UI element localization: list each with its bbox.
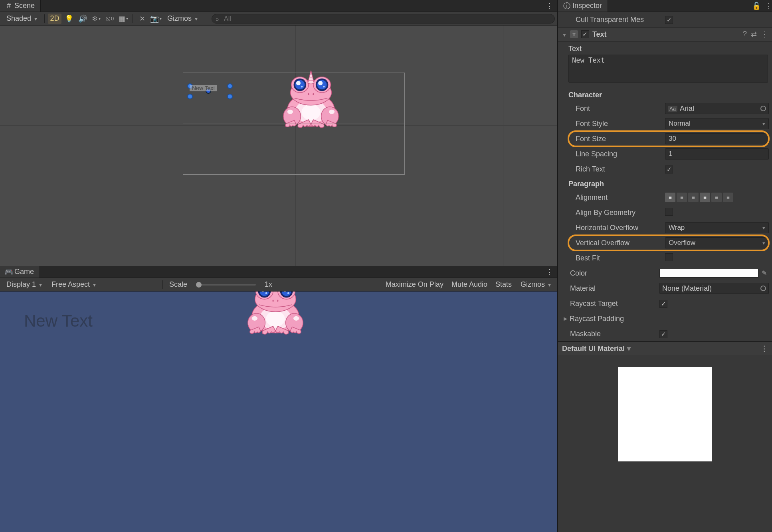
h-overflow-label: Horizontal Overflow	[576, 224, 665, 232]
align-geometry-label: Align By Geometry	[576, 209, 665, 217]
audio-toggle-icon[interactable]: 🔊	[77, 14, 89, 24]
tab-scene-label: Scene	[14, 2, 35, 10]
scale-label: Scale	[166, 280, 190, 289]
font-style-select[interactable]: Normal	[665, 118, 769, 129]
component-name: Text	[592, 30, 607, 39]
material-label: Material	[570, 284, 659, 293]
tab-inspector[interactable]: ⓘ Inspector	[558, 0, 608, 12]
text-component-icon: T	[570, 30, 578, 38]
camera-dropdown-icon[interactable]: 📷▾	[150, 14, 162, 24]
align-right-button[interactable]: ≡	[688, 193, 699, 202]
scene-search-input[interactable]	[212, 14, 555, 24]
cull-transparent-checkbox[interactable]: ✓	[665, 16, 673, 24]
scene-grid-icon: #	[6, 3, 12, 9]
raycast-target-checkbox[interactable]: ✓	[659, 300, 667, 308]
chevron-down-icon	[195, 14, 198, 23]
h-overflow-select[interactable]: Wrap	[665, 222, 769, 233]
maskable-checkbox[interactable]: ✓	[659, 330, 667, 338]
toggle-2d-button[interactable]: 2D	[48, 14, 61, 24]
rich-text-checkbox[interactable]: ✓	[665, 166, 673, 173]
stats-toggle[interactable]: Stats	[492, 280, 515, 289]
material-field[interactable]: None (Material)	[659, 283, 769, 294]
rect-handle[interactable]	[187, 94, 193, 99]
rect-handle[interactable]	[227, 94, 233, 99]
inspector-tab-menu[interactable]: ⋮	[765, 2, 772, 10]
font-label: Font	[576, 104, 665, 113]
scene-tab-row: # Scene ⋮	[0, 0, 557, 12]
raycast-padding-label: Raycast Padding	[570, 315, 659, 323]
object-picker-icon[interactable]	[760, 106, 766, 111]
v-overflow-select[interactable]: Overflow	[665, 237, 769, 248]
scene-text-element[interactable]: New Text	[190, 85, 217, 91]
material-preview	[558, 355, 772, 473]
align-middle-button[interactable]: ≡	[711, 193, 722, 202]
scene-canvas-rect[interactable]: New Text	[183, 73, 405, 175]
font-size-label: Font Size	[576, 135, 665, 143]
game-toolbar: Display 1 Free Aspect Scale 1x Maximize …	[0, 278, 557, 292]
aspect-dropdown[interactable]: Free Aspect	[48, 280, 159, 290]
line-spacing-label: Line Spacing	[576, 150, 665, 158]
display-dropdown[interactable]: Display 1	[2, 280, 46, 290]
v-overflow-label: Vertical Overflow	[576, 239, 665, 247]
game-tab-menu[interactable]: ⋮	[542, 266, 557, 278]
tab-inspector-label: Inspector	[572, 2, 602, 10]
scene-tab-menu[interactable]: ⋮	[542, 0, 557, 12]
tab-scene[interactable]: # Scene	[0, 0, 41, 12]
text-value-textarea[interactable]	[568, 55, 768, 83]
rect-handle[interactable]	[227, 83, 233, 89]
align-center-button[interactable]: ≡	[677, 193, 687, 202]
foldout-icon[interactable]: ▶	[564, 316, 567, 321]
grid-dropdown-icon[interactable]: ▦▾	[117, 14, 129, 24]
component-menu-icon[interactable]: ⋮	[761, 30, 768, 39]
game-controller-icon: 🎮	[6, 269, 12, 275]
font-size-input[interactable]	[665, 133, 769, 144]
scale-slider[interactable]	[196, 284, 256, 286]
best-fit-checkbox[interactable]	[665, 253, 673, 261]
text-component-header[interactable]: T ✓ Text ? ⇄ ⋮	[558, 27, 772, 41]
font-field[interactable]: AaArial	[665, 103, 769, 114]
lock-icon[interactable]: 🔓	[752, 2, 761, 10]
component-enabled-checkbox[interactable]: ✓	[581, 30, 589, 38]
info-icon: ⓘ	[564, 3, 570, 9]
color-label: Color	[570, 269, 659, 278]
game-view: New Text	[0, 292, 557, 532]
help-icon[interactable]: ?	[743, 30, 747, 39]
foldout-icon[interactable]	[562, 30, 567, 39]
paragraph-heading: Paragraph	[558, 177, 772, 190]
character-heading: Character	[558, 88, 772, 101]
color-field[interactable]	[659, 269, 758, 278]
tab-game-label: Game	[14, 268, 34, 276]
align-left-button[interactable]: ≡	[665, 193, 675, 202]
scene-view[interactable]: New Text	[0, 26, 557, 266]
inspector-tab-row: ⓘ Inspector 🔓 ⋮	[558, 0, 772, 12]
game-gizmos-dropdown[interactable]: Gizmos	[517, 280, 555, 290]
lighting-toggle-icon[interactable]: 💡	[63, 14, 75, 24]
maximize-toggle[interactable]: Maximize On Play	[382, 280, 447, 289]
hidden-objects-icon[interactable]: ⦸0	[104, 14, 116, 24]
tab-game[interactable]: 🎮 Game	[0, 266, 40, 278]
font-style-label: Font Style	[576, 120, 665, 128]
alignment-label: Alignment	[576, 193, 665, 202]
align-top-button[interactable]: ≡	[700, 193, 710, 202]
mute-toggle[interactable]: Mute Audio	[448, 280, 491, 289]
alignment-buttons: ≡ ≡ ≡ ≡ ≡ ≡	[665, 193, 769, 202]
material-menu-icon[interactable]: ⋮	[761, 344, 768, 353]
preset-icon[interactable]: ⇄	[751, 30, 757, 39]
inspector-body: Cull Transparent Mes ✓ T ✓ Text ? ⇄ ⋮ Te…	[558, 12, 772, 532]
maskable-label: Maskable	[570, 330, 659, 338]
tools-icon[interactable]: ✕	[136, 14, 148, 24]
game-frog-sprite	[144, 292, 407, 337]
scene-frog-sprite	[255, 69, 367, 131]
gizmos-dropdown[interactable]: Gizmos	[163, 14, 202, 24]
game-tab-row: 🎮 Game ⋮	[0, 266, 557, 278]
align-geometry-checkbox[interactable]	[665, 208, 673, 216]
align-bottom-button[interactable]: ≡	[723, 193, 733, 202]
shading-mode-dropdown[interactable]: Shaded	[2, 14, 41, 24]
fx-dropdown-icon[interactable]: ❄▾	[90, 14, 102, 24]
text-field-label: Text	[558, 41, 772, 55]
default-material-header[interactable]: Default UI Material ⋮	[558, 342, 772, 355]
search-icon: ⌕	[216, 16, 219, 22]
cull-transparent-label: Cull Transparent Mes	[576, 16, 665, 24]
object-picker-icon[interactable]	[760, 286, 766, 291]
line-spacing-input[interactable]	[665, 148, 769, 160]
